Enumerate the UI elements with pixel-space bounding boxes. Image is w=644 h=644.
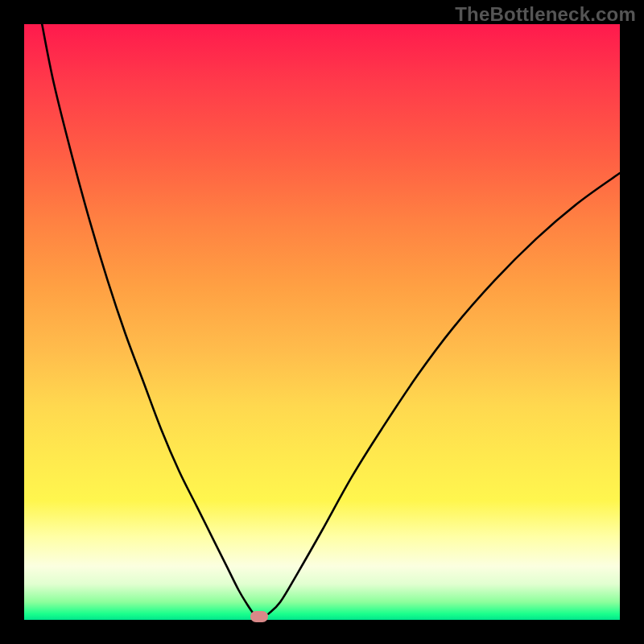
minimum-marker [250, 611, 268, 622]
plot-area [24, 24, 620, 620]
chart-frame: TheBottleneck.com [0, 0, 644, 644]
watermark-text: TheBottleneck.com [455, 3, 636, 26]
curve-layer [24, 24, 620, 620]
curve-right-branch [268, 173, 620, 614]
curve-left-branch [42, 24, 254, 614]
